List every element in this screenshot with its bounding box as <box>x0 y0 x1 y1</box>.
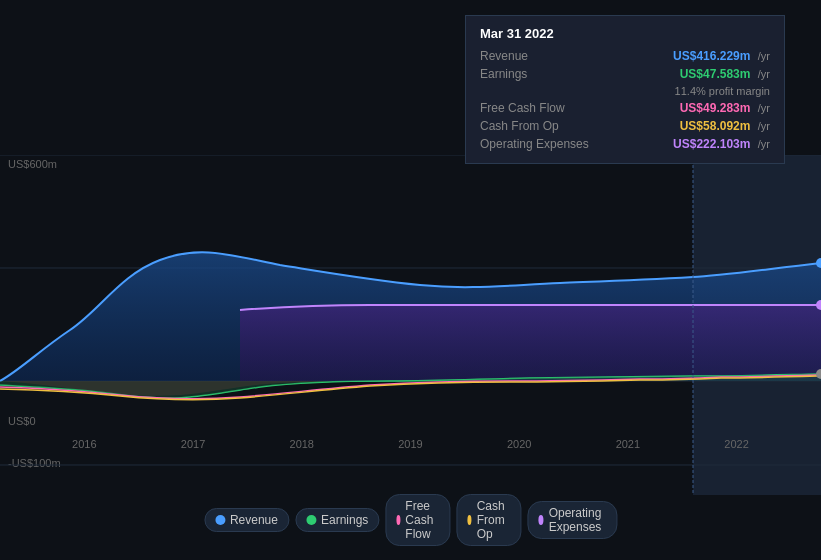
earnings-label: Earnings <box>480 67 600 81</box>
tooltip-row-cashfromop: Cash From Op US$58.092m /yr <box>480 117 770 135</box>
tooltip-row-earnings: Earnings US$47.583m /yr <box>480 65 770 83</box>
chart-legend: Revenue Earnings Free Cash Flow Cash Fro… <box>204 494 617 546</box>
cashfromop-value: US$58.092m <box>680 119 751 133</box>
opex-unit: /yr <box>758 138 770 150</box>
opex-area <box>240 305 821 381</box>
x-label-2019: 2019 <box>398 438 422 450</box>
x-label-2017: 2017 <box>181 438 205 450</box>
tooltip-row-fcf: Free Cash Flow US$49.283m /yr <box>480 99 770 117</box>
tooltip-row-revenue: Revenue US$416.229m /yr <box>480 47 770 65</box>
legend-fcf[interactable]: Free Cash Flow <box>385 494 450 546</box>
fcf-label: Free Cash Flow <box>480 101 600 115</box>
revenue-unit: /yr <box>758 50 770 62</box>
legend-revenue[interactable]: Revenue <box>204 508 289 532</box>
earnings-unit: /yr <box>758 68 770 80</box>
x-label-2018: 2018 <box>290 438 314 450</box>
earnings-value: US$47.583m <box>680 67 751 81</box>
x-label-2021: 2021 <box>616 438 640 450</box>
profit-margin: 11.4% profit margin <box>675 85 770 97</box>
legend-dot-cashfromop <box>467 515 471 525</box>
legend-dot-revenue <box>215 515 225 525</box>
revenue-label: Revenue <box>480 49 600 63</box>
opex-label: Operating Expenses <box>480 137 600 151</box>
tooltip-row-margin: 11.4% profit margin <box>480 83 770 99</box>
legend-dot-fcf <box>396 515 400 525</box>
legend-label-opex: Operating Expenses <box>549 506 606 534</box>
fcf-value: US$49.283m <box>680 101 751 115</box>
legend-label-cashfromop: Cash From Op <box>477 499 511 541</box>
revenue-value: US$416.229m <box>673 49 750 63</box>
legend-opex[interactable]: Operating Expenses <box>527 501 617 539</box>
tooltip-date: Mar 31 2022 <box>480 26 770 41</box>
x-axis-labels: 2016 2017 2018 2019 2020 2021 2022 <box>0 438 821 450</box>
cashfromop-unit: /yr <box>758 120 770 132</box>
tooltip-panel: Mar 31 2022 Revenue US$416.229m /yr Earn… <box>465 15 785 164</box>
legend-dot-earnings <box>306 515 316 525</box>
cashfromop-label: Cash From Op <box>480 119 600 133</box>
x-label-2016: 2016 <box>72 438 96 450</box>
legend-label-fcf: Free Cash Flow <box>405 499 439 541</box>
legend-dot-opex <box>538 515 543 525</box>
fcf-unit: /yr <box>758 102 770 114</box>
opex-value: US$222.103m <box>673 137 750 151</box>
legend-earnings[interactable]: Earnings <box>295 508 379 532</box>
legend-cashfromop[interactable]: Cash From Op <box>456 494 521 546</box>
x-label-2020: 2020 <box>507 438 531 450</box>
legend-label-earnings: Earnings <box>321 513 368 527</box>
legend-label-revenue: Revenue <box>230 513 278 527</box>
tooltip-row-opex: Operating Expenses US$222.103m /yr <box>480 135 770 153</box>
x-label-2022: 2022 <box>724 438 748 450</box>
